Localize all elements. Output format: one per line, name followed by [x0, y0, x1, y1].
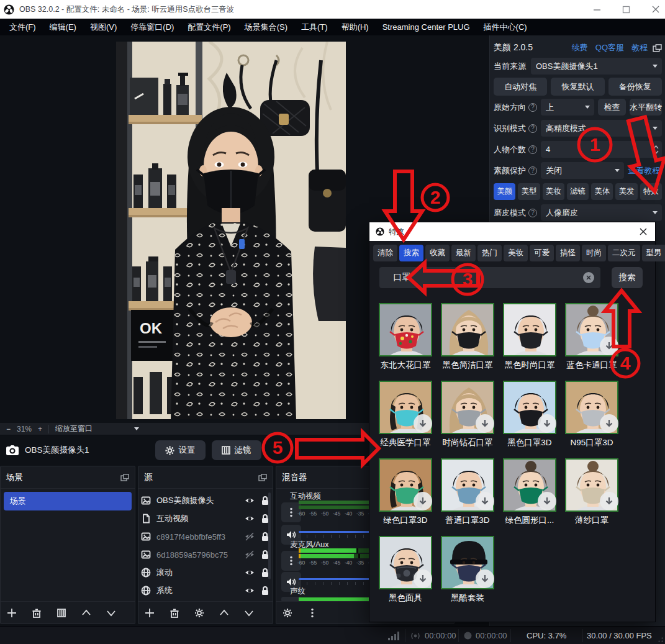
download-icon[interactable] [414, 492, 432, 510]
add-button[interactable] [7, 608, 17, 618]
help-icon[interactable]: ? [528, 145, 537, 154]
download-icon[interactable] [414, 414, 432, 433]
renew-link[interactable]: 续费 [572, 42, 588, 53]
effect-category-tab[interactable]: 二次元 [608, 245, 640, 261]
help-icon[interactable]: ? [528, 124, 537, 133]
effect-category-tab[interactable]: 型男 [642, 245, 665, 261]
gear-button[interactable] [194, 608, 204, 618]
effect-search-input[interactable]: 口罩 [379, 267, 600, 288]
move-up-button[interactable] [219, 608, 229, 618]
effect-category-tab[interactable]: 收藏 [425, 245, 450, 261]
eye-off-icon[interactable] [245, 532, 255, 542]
source-row[interactable]: 滚动 [141, 564, 270, 581]
remove-button[interactable] [170, 608, 179, 618]
beauty-tab-美型[interactable]: 美型 [518, 183, 540, 200]
effect-category-tab[interactable]: 时尚 [582, 245, 606, 261]
gear-button[interactable] [283, 608, 292, 618]
dialog-close-icon[interactable] [639, 227, 648, 236]
beauty-tab-美颜[interactable]: 美颜 [494, 183, 515, 200]
move-down-button[interactable] [244, 608, 254, 618]
spinner-arrows-icon[interactable] [653, 145, 659, 155]
current-source-dropdown[interactable]: OBS美颜摄像头1 [531, 58, 662, 75]
bare-face-protect-dropdown[interactable]: 关闭 [541, 162, 624, 179]
effect-category-tab[interactable]: 搞怪 [556, 245, 580, 261]
source-row[interactable]: c8917f4ebbfbfe5ff3 [141, 528, 270, 545]
tutorial-link[interactable]: 教程 [631, 42, 648, 53]
download-icon[interactable] [600, 414, 618, 433]
menu-item[interactable]: Streaming Center PLUG [376, 19, 477, 35]
menu-item[interactable]: 场景集合(S) [238, 19, 294, 35]
menu-item[interactable]: 插件中心(C) [477, 19, 534, 35]
effect-category-tab[interactable]: 美妆 [504, 245, 528, 261]
eye-icon[interactable] [245, 496, 255, 506]
eye-icon[interactable] [245, 514, 255, 524]
close-button[interactable] [651, 5, 660, 14]
menu-item[interactable]: 工具(T) [294, 19, 335, 35]
help-icon[interactable]: ? [528, 209, 537, 217]
maximize-button[interactable] [622, 6, 630, 14]
backup-restore-button[interactable]: 备份恢复 [608, 78, 662, 96]
help-icon[interactable]: ? [528, 103, 537, 112]
source-row[interactable]: 6d18859a5796bc75 [141, 546, 270, 563]
download-icon[interactable] [538, 414, 556, 433]
download-icon[interactable] [476, 492, 494, 510]
move-up-button[interactable] [81, 608, 91, 618]
effect-item-thumbnail[interactable] [503, 303, 556, 356]
detect-mode-dropdown[interactable]: 高精度模式 [541, 120, 662, 137]
clear-search-icon[interactable] [583, 272, 594, 283]
settings-button[interactable]: 设置 [155, 440, 206, 460]
resize-grip[interactable] [658, 637, 663, 642]
download-icon[interactable] [600, 337, 618, 355]
menu-item[interactable]: 文件(F) [2, 19, 43, 35]
move-down-button[interactable] [106, 608, 116, 618]
eye-icon[interactable] [245, 568, 255, 578]
zoom-out-button[interactable]: − [6, 425, 11, 433]
download-icon[interactable] [476, 569, 494, 588]
fit-to-window[interactable]: 缩放至窗口 [55, 424, 93, 434]
scene-list-item[interactable]: 场景 [4, 492, 132, 510]
filters-button[interactable]: 滤镜 [212, 440, 261, 460]
effect-category-tab[interactable]: 搜索 [399, 245, 423, 261]
source-row[interactable]: 系统 [141, 582, 270, 599]
download-icon[interactable] [538, 492, 556, 510]
popout-icon[interactable] [653, 44, 662, 52]
source-row[interactable]: OBS美颜摄像头 [141, 492, 270, 509]
scrollbar[interactable] [268, 492, 271, 579]
beauty-tab-滤镜[interactable]: 滤镜 [567, 183, 589, 200]
view-tutorial-link[interactable]: 查看教程 [628, 165, 660, 176]
eye-icon[interactable] [245, 586, 255, 596]
chevron-down-icon[interactable] [133, 427, 140, 431]
dots-button[interactable] [307, 608, 317, 618]
qq-support-link[interactable]: QQ客服 [595, 42, 624, 53]
beauty-tab-美妆[interactable]: 美妆 [543, 183, 564, 200]
menu-item[interactable]: 帮助(H) [335, 19, 376, 35]
minimize-button[interactable] [593, 6, 601, 14]
person-count-input[interactable]: 4 [541, 141, 662, 158]
menu-item[interactable]: 配置文件(P) [181, 19, 237, 35]
filter-button[interactable] [57, 608, 66, 618]
skin-mode-dropdown[interactable]: 人像磨皮 [541, 204, 662, 221]
download-icon[interactable] [600, 492, 618, 510]
help-icon[interactable]: ? [528, 166, 537, 175]
search-button[interactable]: 搜索 [612, 267, 643, 288]
effect-category-tab[interactable]: 最新 [451, 245, 476, 261]
add-button[interactable] [145, 608, 155, 618]
download-icon[interactable] [414, 569, 432, 588]
effect-category-tab[interactable]: 可爱 [530, 245, 554, 261]
beauty-tab-美体[interactable]: 美体 [591, 183, 613, 200]
zoom-in-button[interactable]: + [38, 425, 42, 433]
beauty-tab-美发[interactable]: 美发 [615, 183, 637, 200]
remove-button[interactable] [32, 608, 42, 618]
reset-default-button[interactable]: 恢复默认 [551, 78, 604, 96]
effect-category-tab[interactable]: 热门 [477, 245, 502, 261]
lock-icon[interactable] [260, 586, 270, 596]
effect-item-thumbnail[interactable] [441, 303, 494, 356]
menu-item[interactable]: 编辑(E) [43, 19, 83, 35]
horizontal-flip-button[interactable]: 水平翻转 [630, 99, 662, 116]
download-icon[interactable] [476, 414, 494, 433]
source-row[interactable]: 互动视频 [141, 510, 270, 527]
menu-item[interactable]: 视图(V) [83, 19, 124, 35]
effect-category-tab[interactable]: 清除 [373, 245, 397, 261]
beauty-tab-特效[interactable]: 特效 [640, 183, 662, 200]
effect-item-thumbnail[interactable] [379, 303, 432, 356]
